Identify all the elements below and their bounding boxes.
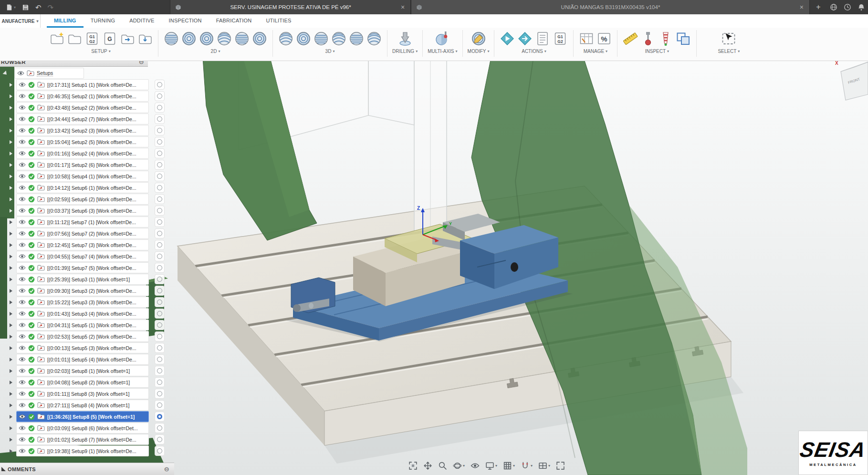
compare-radio[interactable] — [155, 412, 165, 422]
compare-radio[interactable] — [155, 274, 165, 284]
add-tab-button[interactable]: + — [810, 0, 827, 14]
ribbon-tab-fabrication[interactable]: FABRICATION — [209, 14, 259, 28]
expand-caret-icon[interactable] — [10, 403, 12, 407]
expand-caret-icon[interactable] — [10, 323, 12, 327]
slot-icon[interactable] — [234, 31, 250, 47]
look-at-icon[interactable] — [471, 461, 480, 470]
visibility-eye-icon[interactable] — [19, 345, 26, 351]
group-label-3d[interactable]: 3D▾ — [325, 49, 335, 54]
expand-caret-icon[interactable] — [10, 152, 12, 155]
close-tab-icon[interactable]: × — [400, 3, 406, 11]
visibility-eye-icon[interactable] — [19, 448, 26, 454]
close-tab-icon[interactable]: × — [799, 3, 805, 11]
expand-caret-icon[interactable] — [10, 358, 12, 361]
expand-caret-icon[interactable] — [10, 392, 12, 396]
setup-sheet-icon[interactable] — [534, 31, 551, 47]
fullscreen-icon[interactable] — [556, 461, 565, 470]
modify-toolpath-icon[interactable] — [471, 31, 487, 47]
visibility-eye-icon[interactable] — [19, 128, 26, 133]
visibility-eye-icon[interactable] — [19, 425, 26, 431]
new-folder-icon[interactable] — [66, 31, 83, 47]
setup-row[interactable]: [(0:46:35)] Setup2 (1) [Work offset=De..… — [0, 91, 174, 102]
compare-radio[interactable] — [155, 240, 165, 250]
visibility-eye-icon[interactable] — [19, 322, 26, 328]
setup-row[interactable]: [(0:10:58)] Setup4 (1) [Work offset=De..… — [0, 171, 174, 182]
compare-radio[interactable] — [155, 423, 165, 433]
compare-radio[interactable] — [155, 160, 165, 170]
setup-row[interactable]: [(0:43:48)] Setup2 (2) [Work offset=De..… — [0, 102, 174, 114]
compare-radio[interactable] — [155, 434, 165, 444]
expand-caret-icon[interactable] — [10, 289, 12, 293]
compare-radio[interactable] — [155, 377, 165, 387]
visibility-eye-icon[interactable] — [17, 71, 24, 76]
compare-radio[interactable] — [155, 228, 165, 238]
compare-radio[interactable] — [155, 331, 165, 341]
tool-library-icon[interactable] — [578, 31, 595, 47]
group-label-2d[interactable]: 2D▾ — [211, 49, 220, 54]
setup-row[interactable]: [(1:36:26)] Setup8 (5) [Work offset=1] — [0, 411, 174, 423]
visibility-eye-icon[interactable] — [19, 93, 26, 99]
undo-icon[interactable]: ↶ — [35, 4, 42, 11]
document-tab-active[interactable]: SERV. USINAGEM PROTESE ATIVA DE PÉ v96* … — [170, 0, 411, 14]
visibility-eye-icon[interactable] — [19, 196, 26, 202]
expand-caret-icon[interactable] — [10, 266, 12, 270]
setup-row[interactable]: [(0:12:45)] Setup7 (3) [Work offset=De..… — [0, 239, 174, 251]
compare-radio[interactable] — [155, 183, 165, 193]
expand-caret-icon[interactable] — [10, 175, 12, 178]
gcode-doc-icon[interactable]: G — [102, 31, 118, 47]
setup-row[interactable]: [(0:01:17)] Setup2 (6) [Work offset=De..… — [0, 159, 174, 171]
probe-tool-icon[interactable] — [658, 31, 674, 47]
snap-icon[interactable]: ▾ — [521, 461, 533, 470]
setup-row[interactable]: [(0:19:38)] Setup9 (1) [Work offset=De..… — [0, 445, 174, 457]
compare-radio[interactable] — [155, 148, 165, 158]
pan-icon[interactable] — [423, 461, 432, 470]
trace-icon[interactable] — [251, 31, 268, 47]
group-label-manage[interactable]: MANAGE▾ — [584, 49, 607, 54]
nc-program-icon[interactable]: G1G2 — [552, 31, 568, 47]
setup-row[interactable]: [(0:01:11)] Setup8 (3) [Work offset=1] — [0, 388, 174, 400]
compare-radio[interactable] — [155, 354, 165, 364]
visibility-eye-icon[interactable] — [19, 403, 26, 408]
expand-caret-icon[interactable] — [10, 369, 12, 373]
visibility-eye-icon[interactable] — [19, 437, 26, 442]
display-settings-icon[interactable]: ▾ — [485, 461, 497, 470]
compare-radio[interactable] — [155, 389, 165, 399]
visibility-eye-icon[interactable] — [19, 116, 26, 122]
expand-caret-icon[interactable] — [10, 415, 12, 419]
setup-row[interactable]: [(0:02:53)] Setup5 (2) [Work offset=De..… — [0, 331, 174, 342]
expand-caret-icon[interactable] — [10, 140, 12, 144]
visibility-eye-icon[interactable] — [19, 105, 26, 110]
setup-row[interactable]: [(0:01:43)] Setup3 (4) [Work offset=De..… — [0, 308, 174, 320]
visibility-eye-icon[interactable] — [19, 242, 26, 248]
setup-row[interactable]: [(0:09:30)] Setup3 (2) [Work offset=De..… — [0, 285, 174, 297]
expand-caret-icon[interactable] — [10, 232, 12, 236]
compare-radio[interactable] — [155, 286, 165, 296]
zoom-fit-icon[interactable] — [408, 461, 418, 470]
visibility-eye-icon[interactable] — [19, 208, 26, 213]
setup-row[interactable]: [(0:02:59)] Setup6 (2) [Work offset=De..… — [0, 194, 174, 205]
setup-row[interactable]: [(0:34:44)] Setup2 (7) [Work offset=De..… — [0, 114, 174, 125]
viewports-icon[interactable]: ▾ — [538, 461, 550, 470]
compare-radio[interactable] — [155, 206, 165, 216]
visibility-eye-icon[interactable] — [19, 299, 26, 305]
expand-caret-icon[interactable] — [10, 243, 12, 247]
group-label-multi-axis[interactable]: MULTI-AXIS▾ — [428, 49, 457, 54]
compare-radio[interactable] — [155, 217, 165, 227]
compare-radio[interactable] — [155, 446, 165, 456]
visibility-eye-icon[interactable] — [19, 219, 26, 225]
compare-radio[interactable] — [155, 91, 165, 101]
expand-caret-icon[interactable] — [10, 426, 12, 430]
setup-row[interactable]: [(0:27:11)] Setup8 (4) [Work offset=1] — [0, 400, 174, 411]
visibility-eye-icon[interactable] — [19, 368, 26, 373]
ruler-icon[interactable] — [622, 31, 638, 47]
group-label-modify[interactable]: MODIFY▾ — [468, 49, 490, 54]
compare-radio[interactable] — [155, 125, 165, 135]
group-label-setup[interactable]: SETUP▾ — [91, 49, 110, 54]
compare-radio[interactable] — [155, 343, 165, 353]
visibility-eye-icon[interactable] — [19, 185, 26, 190]
document-tab-inactive[interactable]: UNIÃO MANGAS B3191MX00435 v104* × — [411, 0, 810, 14]
contour-2d-icon[interactable] — [181, 31, 197, 47]
setup-row[interactable]: [(0:17:31)] Setup1 (1) [Work offset=De..… — [0, 79, 174, 91]
new-setup-icon[interactable] — [49, 31, 65, 47]
notifications-bell-icon[interactable] — [858, 3, 865, 11]
